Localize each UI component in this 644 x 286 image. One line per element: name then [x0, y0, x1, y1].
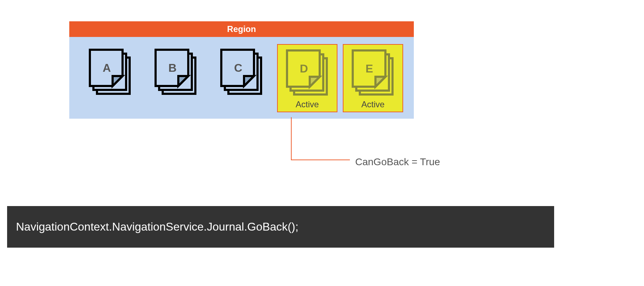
doc-slot-b: B [146, 44, 206, 112]
document-stack-icon: D [281, 45, 334, 98]
doc-letter: A [103, 61, 111, 74]
active-label: Active [361, 99, 384, 109]
doc-letter: C [234, 61, 242, 74]
doc-slot-e: E Active [343, 44, 403, 112]
document-stack-icon: E [346, 45, 400, 98]
region-container: Region A B [69, 21, 414, 119]
region-body: A B C [69, 37, 414, 119]
document-stack-icon: A [83, 44, 137, 97]
doc-letter: D [300, 62, 308, 75]
callout-line [288, 117, 352, 163]
callout-label: CanGoBack = True [355, 156, 440, 168]
region-header: Region [69, 21, 414, 37]
doc-letter: E [366, 62, 373, 75]
document-stack-icon: C [215, 44, 268, 97]
doc-letter: B [168, 61, 177, 74]
doc-slot-c: C [211, 44, 272, 112]
document-stack-icon: B [149, 44, 202, 97]
doc-slot-d: D Active [277, 44, 337, 112]
doc-slot-a: A [80, 44, 140, 112]
active-label: Active [296, 99, 319, 109]
code-block: NavigationContext.NavigationService.Jour… [7, 206, 554, 248]
